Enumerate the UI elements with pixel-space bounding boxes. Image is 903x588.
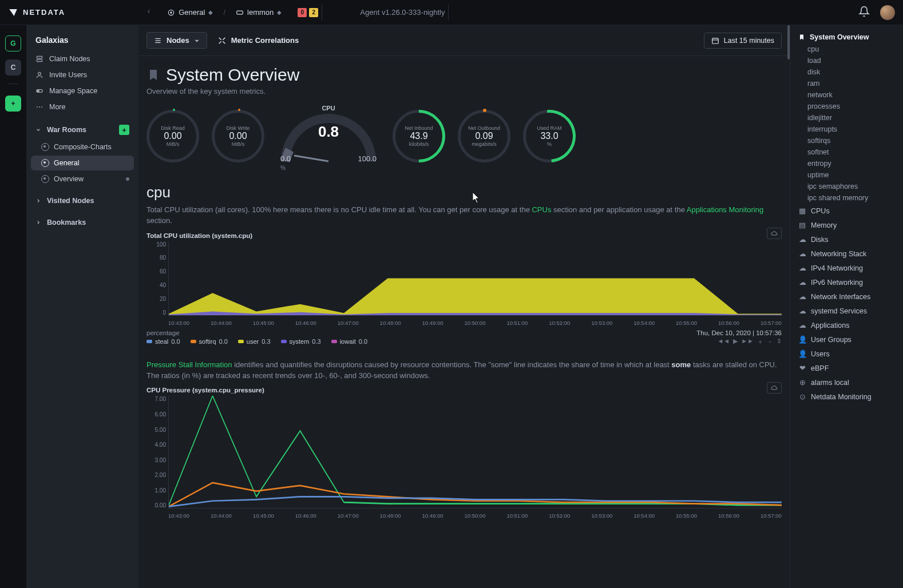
node-selector[interactable]: lemmon ◆ xyxy=(231,6,286,19)
space-tile-active[interactable]: G xyxy=(5,35,21,51)
toc-cat-applications[interactable]: ☁Applications xyxy=(795,318,898,332)
plot-area[interactable] xyxy=(168,396,782,508)
user-avatar[interactable] xyxy=(880,5,895,20)
gauge-disk-read[interactable]: Disk Read 0.00 MiB/s xyxy=(146,110,199,162)
chevron-right-icon xyxy=(35,198,41,204)
war-rooms-header[interactable]: War Rooms + xyxy=(31,121,134,138)
toc-sub-softnet[interactable]: softnet xyxy=(795,146,898,158)
cat-icon: 👤 xyxy=(798,349,806,358)
bookmarks-header[interactable]: Bookmarks xyxy=(31,215,134,230)
tree-label: War Rooms xyxy=(47,126,86,134)
link-applications-monitoring[interactable]: Applications Monitoring xyxy=(687,205,763,214)
toc-sub-idlejitter[interactable]: idlejitter xyxy=(795,112,898,124)
bookmark-icon xyxy=(146,67,160,83)
zoom-in-icon[interactable]: ＋ xyxy=(757,337,763,346)
section-desc-cpu: Total CPU utilization (all cores). 100% … xyxy=(138,205,790,227)
cloud-icon xyxy=(770,230,778,237)
gauge-cpu[interactable]: CPU 0.8 0.0 100.0 % xyxy=(277,105,380,168)
chart-menu-button[interactable] xyxy=(767,228,782,239)
toc-active-section[interactable]: System Overview xyxy=(795,31,898,43)
toc-sub-ram[interactable]: ram xyxy=(795,78,898,89)
toc-cat-cpus[interactable]: ▦CPUs xyxy=(795,204,898,218)
cat-icon: ☁ xyxy=(798,278,806,287)
room-item-composite-charts[interactable]: Composite-Charts xyxy=(31,140,134,154)
legend-item-softirq[interactable]: softirq 0.0 xyxy=(191,338,228,345)
scrollbar[interactable] xyxy=(787,25,790,59)
nodes-icon xyxy=(35,55,43,63)
chart-system-cpu[interactable]: 100806040200 10:43:0010:44:0010:45:0010:… xyxy=(146,241,782,326)
chart-menu-button[interactable] xyxy=(767,382,782,394)
alarm-warning-badge[interactable]: 2 xyxy=(309,8,318,17)
toc-cat-users[interactable]: 👤Users xyxy=(795,347,898,361)
visited-nodes-header[interactable]: Visited Nodes xyxy=(31,193,134,208)
toc-cat-user-groups[interactable]: 👤User Groups xyxy=(795,332,898,347)
page-subtitle: Overview of the key system metrics. xyxy=(146,87,782,96)
toc-sub-uptime[interactable]: uptime xyxy=(795,169,898,181)
link-psi[interactable]: Pressure Stall Information xyxy=(146,360,232,369)
rewind-icon[interactable]: ◄◄ xyxy=(717,337,730,346)
toc-cat-ebpf[interactable]: ❤eBPF xyxy=(795,361,898,375)
toc-sub-softirqs[interactable]: softirqs xyxy=(795,135,898,146)
metric-corr-label: Metric Correlations xyxy=(231,36,299,45)
sidebar-item-manage-space[interactable]: Manage Space xyxy=(31,84,134,98)
sidebar-item-invite-users[interactable]: Invite Users xyxy=(31,67,134,82)
forward-icon[interactable]: ►► xyxy=(741,337,754,346)
toc-sub-entropy[interactable]: entropy xyxy=(795,158,898,169)
room-selector[interactable]: General ◆ xyxy=(163,6,217,19)
legend-item-steal[interactable]: steal 0.0 xyxy=(146,338,180,345)
toc-sub-ipc-semaphores[interactable]: ipc semaphores xyxy=(795,181,898,192)
notifications-button[interactable] xyxy=(858,6,870,19)
legend-item-user[interactable]: user 0.3 xyxy=(238,338,271,345)
swatch-icon xyxy=(146,340,152,343)
gauge-used-ram[interactable]: Used RAM 33.0 % xyxy=(523,110,576,162)
chart-cpu-pressure[interactable]: 7.006.005.004.003.002.001.000.00 10:43:0… xyxy=(146,396,782,519)
toc-cat-netdata-monitoring[interactable]: ⊙Netdata Monitoring xyxy=(795,390,898,404)
toc-cat-memory[interactable]: ▤Memory xyxy=(795,218,898,232)
gauge-net-inbound[interactable]: Net Inbound 43.9 kilobits/s xyxy=(393,110,445,162)
toc-cat-ipv6-networking[interactable]: ☁IPv6 Networking xyxy=(795,275,898,289)
toc-sub-load[interactable]: load xyxy=(795,55,898,66)
collapse-sidebar-button[interactable] xyxy=(145,8,152,17)
toc-sub-ipc-shared-memory[interactable]: ipc shared memory xyxy=(795,192,898,204)
gauge-net-outbound[interactable]: Net Outbound 0.09 megabits/s xyxy=(458,110,510,162)
toc-cat-disks[interactable]: ☁Disks xyxy=(795,232,898,247)
toc-sub-disk[interactable]: disk xyxy=(795,66,898,78)
metric-correlations-button[interactable]: Metric Correlations xyxy=(217,36,299,45)
alarm-critical-badge[interactable]: 0 xyxy=(298,8,307,17)
sidebar-item-more[interactable]: More xyxy=(31,100,134,114)
brand-logo[interactable]: NETDATA xyxy=(8,7,65,18)
space-tile[interactable]: C xyxy=(5,59,21,76)
toc-cat-networking-stack[interactable]: ☁Networking Stack xyxy=(795,247,898,261)
toc-sub-cpu[interactable]: cpu xyxy=(795,43,898,55)
legend-item-system[interactable]: system 0.3 xyxy=(281,338,321,345)
toc-cat-systemd-services[interactable]: ☁systemd Services xyxy=(795,304,898,318)
room-item-label: General xyxy=(54,159,79,167)
resize-icon[interactable]: ⇕ xyxy=(777,337,782,346)
gauge-title: CPU xyxy=(322,105,335,112)
sidebar-item-claim-nodes[interactable]: Claim Nodes xyxy=(31,51,134,66)
toc-sub-network[interactable]: network xyxy=(795,89,898,101)
chart-title-system-cpu: Total CPU utilization (system.cpu) xyxy=(138,227,790,241)
gauge-row: Disk Read 0.00 MiB/s Disk Write 0.00 MiB… xyxy=(138,100,790,174)
link-cpus[interactable]: CPUs xyxy=(532,205,551,214)
toc-sub-interrupts[interactable]: interrupts xyxy=(795,124,898,135)
play-icon[interactable]: ▶ xyxy=(733,337,738,346)
svg-point-1 xyxy=(171,11,172,13)
room-item-overview[interactable]: Overview xyxy=(31,172,134,186)
add-space-button[interactable]: + xyxy=(5,96,21,112)
cat-icon: ▦ xyxy=(798,206,806,215)
toc-sub-processes[interactable]: processes xyxy=(795,101,898,112)
add-war-room-button[interactable]: + xyxy=(119,125,129,135)
time-range-button[interactable]: Last 15 minutes xyxy=(704,33,782,49)
toc-cat-ipv4-networking[interactable]: ☁IPv4 Networking xyxy=(795,261,898,275)
toc-cat-network-interfaces[interactable]: ☁Network Interfaces xyxy=(795,289,898,304)
toc-cat-alarms-local[interactable]: ⊕alarms local xyxy=(795,375,898,390)
plot-area[interactable] xyxy=(168,241,782,316)
legend-item-iowait[interactable]: iowait 0.0 xyxy=(331,338,367,345)
room-item-general[interactable]: General xyxy=(31,156,134,170)
zoom-out-icon[interactable]: － xyxy=(767,337,773,346)
gauge-disk-write[interactable]: Disk Write 0.00 MiB/s xyxy=(212,110,264,162)
room-item-label: Composite-Charts xyxy=(54,143,112,151)
alarm-badges[interactable]: 0 2 xyxy=(298,8,318,17)
nodes-dropdown[interactable]: Nodes xyxy=(146,32,207,49)
